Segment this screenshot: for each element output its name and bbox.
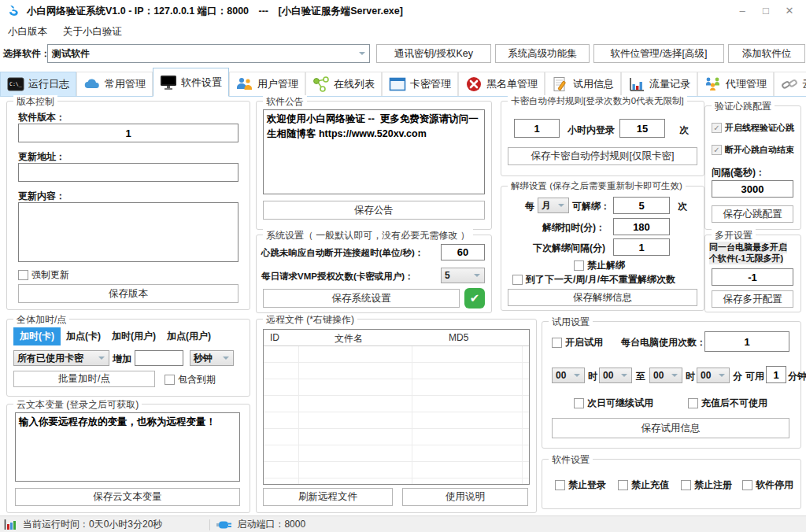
announcement-panel: 软件公告 欢迎使用小白网络验证 -- 更多免费资源请访问一生相随博客 https… bbox=[256, 101, 492, 230]
unbind-deduct-label: 解绑扣时(分)： bbox=[542, 221, 605, 235]
no-use-after-recharge-checkbox[interactable]: 充值后不可使用 bbox=[688, 397, 767, 410]
from-min-value: 00 bbox=[600, 370, 621, 381]
refresh-remote-files-button[interactable]: 刷新远程文件 bbox=[263, 488, 393, 506]
ban-times-input[interactable] bbox=[619, 119, 665, 138]
tab-user-manage[interactable]: 用户管理 bbox=[229, 72, 305, 96]
save-announcement-button[interactable]: 保存公告 bbox=[263, 201, 485, 220]
tab-blacklist-manage[interactable]: 黑名单管理 bbox=[458, 72, 545, 96]
next-day-trial-checkbox[interactable]: 次日可继续试用 bbox=[574, 397, 653, 410]
forbid-login-checkbox[interactable]: 禁止登录 bbox=[555, 478, 606, 492]
menu-item-version[interactable]: 小白版本 bbox=[8, 25, 47, 39]
bulk-target-select[interactable]: 所有已使用卡密 bbox=[13, 350, 109, 366]
forbid-unbind-label: 禁止解绑 bbox=[587, 259, 625, 272]
save-heartbeat-button[interactable]: 保存心跳配置 bbox=[712, 205, 793, 223]
software-slot-manage-button[interactable]: 软件位管理/选择[高级] bbox=[593, 44, 724, 63]
software-settings-bottom-title: 软件设置 bbox=[549, 453, 593, 467]
ban-mid-label: 小时内登录 bbox=[568, 124, 615, 137]
col-md5: MD5 bbox=[449, 332, 468, 343]
update-content-label: 更新内容： bbox=[18, 190, 65, 203]
table-column-divider bbox=[522, 346, 523, 484]
vmp-select[interactable]: 5 bbox=[441, 268, 485, 283]
save-trial-button[interactable]: 保存试用信息 bbox=[552, 418, 789, 438]
forbid-recharge-checkbox[interactable]: 禁止充值 bbox=[618, 478, 669, 492]
close-button[interactable]: ✕ bbox=[778, 2, 801, 19]
heartbeat-interval-input[interactable] bbox=[712, 180, 793, 198]
tab-agent-manage[interactable]: 代理管理 bbox=[697, 72, 774, 96]
bulk-tab-addtime-user[interactable]: 加时(用户) bbox=[106, 327, 161, 345]
tab-run-log[interactable]: C:\_ 运行日志 bbox=[0, 72, 76, 96]
checkbox-box bbox=[742, 480, 752, 490]
tab-card-key-manage[interactable]: 卡密管理 bbox=[382, 72, 458, 96]
software-version-input[interactable] bbox=[18, 124, 238, 142]
to-label: 至 bbox=[636, 370, 645, 383]
bulk-tab-addpoint-user[interactable]: 加点(用户) bbox=[161, 327, 216, 345]
to-min-select[interactable]: 00 bbox=[697, 368, 730, 383]
add-amount-input[interactable] bbox=[135, 350, 183, 366]
save-ban-rule-button[interactable]: 保存卡密自动停封规则[仅限卡密] bbox=[508, 147, 697, 165]
table-column-divider bbox=[412, 346, 412, 484]
tab-trial-info[interactable]: 试用信息 bbox=[545, 72, 621, 96]
per-pc-input[interactable] bbox=[704, 331, 789, 352]
announcement-textarea[interactable]: 欢迎使用小白网络验证 -- 更多免费资源请访问一生相随博客 https://ww… bbox=[263, 109, 485, 194]
unbind-period-select[interactable]: 月 bbox=[538, 198, 569, 213]
update-content-textarea[interactable] bbox=[18, 202, 238, 262]
save-unbind-button[interactable]: 保存解绑信息 bbox=[508, 289, 697, 306]
heartbeat-panel: 验证心跳配置 ✓ 开启线程验证心跳 ✓ 断开心跳自动结束 间隔(毫秒)： 保存心… bbox=[704, 105, 801, 230]
remote-files-table[interactable]: ID 文件名 MD5 bbox=[263, 329, 530, 485]
save-system-settings-button[interactable]: 保存系统设置 bbox=[263, 289, 460, 308]
comm-key-button[interactable]: 通讯密钥/授权Key bbox=[376, 44, 491, 63]
to-hour-value: 00 bbox=[650, 370, 671, 381]
tab-cloud-js[interactable]: 云计算/JS bbox=[774, 72, 806, 96]
table-column-divider bbox=[298, 346, 299, 484]
include-expired-checkbox[interactable]: 包含到期 bbox=[165, 373, 216, 386]
thread-heartbeat-checkbox[interactable]: ✓ 开启线程验证心跳 bbox=[712, 122, 794, 134]
tab-software-settings[interactable]: 软件设置 bbox=[153, 68, 229, 97]
tab-traffic-record[interactable]: 流量记录 bbox=[621, 72, 697, 96]
save-version-button[interactable]: 保存版本 bbox=[18, 284, 238, 303]
maximize-button[interactable]: □ bbox=[754, 2, 778, 19]
unbind-can-label: 可解绑： bbox=[572, 200, 610, 213]
batch-add-button[interactable]: 批量加时/点 bbox=[13, 371, 155, 387]
window-controls: – □ ✕ bbox=[730, 2, 801, 19]
table-body bbox=[264, 346, 529, 484]
avail-minutes-input[interactable] bbox=[766, 366, 786, 383]
next-day-trial-label: 次日可继续试用 bbox=[587, 397, 653, 410]
bulk-tab-addpoint-card[interactable]: 加点(卡) bbox=[61, 327, 106, 345]
add-software-slot-button[interactable]: 添加软件位 bbox=[728, 44, 805, 63]
disconnect-end-checkbox[interactable]: ✓ 断开心跳自动结束 bbox=[712, 144, 794, 156]
heartbeat-timeout-input[interactable] bbox=[441, 244, 485, 260]
menu-item-about[interactable]: 关于小白验证 bbox=[63, 25, 122, 39]
runtime-chart-icon bbox=[4, 519, 17, 530]
save-cloud-text-button[interactable]: 保存云文本变量 bbox=[15, 488, 240, 506]
checkbox-checked-box: ✓ bbox=[712, 123, 722, 133]
main-tabs: C:\_ 运行日志 常用管理 软件设置 用户管理 在线列表 卡密管理 黑名单管理… bbox=[0, 68, 806, 97]
bulk-tab-addtime-card[interactable]: 加时(卡) bbox=[13, 327, 61, 345]
advanced-functions-button[interactable]: 系统高级功能集 bbox=[495, 44, 590, 63]
enable-trial-checkbox[interactable]: 开启试用 bbox=[552, 336, 603, 349]
ban-rule-panel: 卡密自动停封规则[登录次数为0代表无限制] 小时内登录 次 保存卡密自动停封规则… bbox=[501, 101, 704, 176]
cloud-text-textarea[interactable]: 输入你要远程存放的变量，也称为远程变量！ bbox=[15, 412, 240, 482]
unbind-interval-input[interactable] bbox=[613, 238, 670, 256]
unbind-count-input[interactable] bbox=[613, 197, 670, 214]
forbid-unbind-checkbox[interactable]: 禁止解绑 bbox=[574, 259, 625, 272]
software-disable-checkbox[interactable]: 软件停用 bbox=[742, 478, 793, 492]
to-hour-select[interactable]: 00 bbox=[649, 368, 682, 383]
save-multi-open-button[interactable]: 保存多开配置 bbox=[712, 290, 793, 308]
tab-common-manage[interactable]: 常用管理 bbox=[76, 72, 153, 96]
update-url-input[interactable] bbox=[18, 163, 238, 182]
menu-bar: 小白版本 关于小白验证 bbox=[0, 22, 806, 41]
force-update-checkbox[interactable]: 强制更新 bbox=[18, 268, 69, 282]
status-separator bbox=[209, 519, 210, 530]
unbind-deduct-input[interactable] bbox=[613, 218, 670, 235]
usage-help-button[interactable]: 使用说明 bbox=[402, 488, 528, 506]
forbid-register-checkbox[interactable]: 禁止注册 bbox=[681, 478, 732, 492]
software-select[interactable]: 测试软件 bbox=[47, 44, 370, 63]
tab-online-list[interactable]: 在线列表 bbox=[305, 72, 382, 96]
unit-select[interactable]: 秒钟 bbox=[190, 350, 234, 366]
ban-hours-input[interactable] bbox=[514, 119, 560, 138]
multi-open-input[interactable] bbox=[712, 268, 793, 286]
no-reset-checkbox[interactable]: 到了下一天/周/月/年不重置解绑次数 bbox=[512, 273, 675, 286]
minimize-button[interactable]: – bbox=[730, 2, 754, 19]
from-min-select[interactable]: 00 bbox=[599, 368, 632, 383]
from-hour-select[interactable]: 00 bbox=[552, 368, 585, 383]
